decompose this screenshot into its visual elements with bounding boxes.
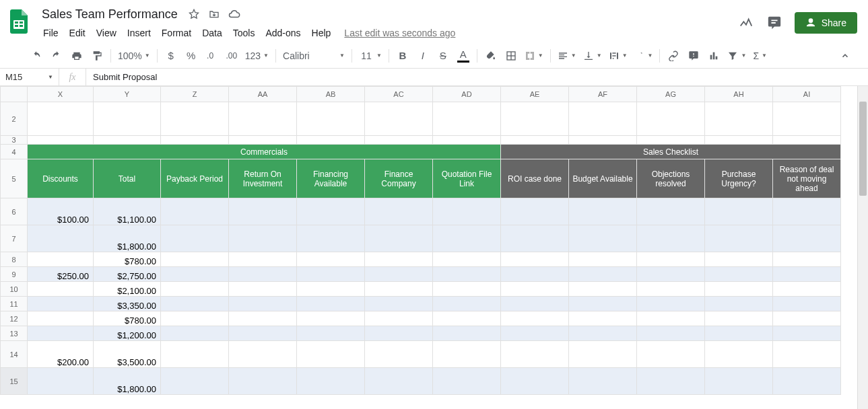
cell[interactable] [297, 225, 365, 252]
cell[interactable] [297, 341, 365, 368]
col-subheader[interactable]: Finance Company [365, 159, 433, 198]
cell[interactable] [365, 368, 433, 395]
zoom-dropdown[interactable]: 100%▼ [115, 47, 153, 65]
bold-button[interactable]: B [393, 46, 412, 65]
cell[interactable] [705, 225, 773, 252]
col-subheader[interactable]: Total [94, 159, 161, 198]
cell[interactable] [365, 252, 433, 267]
merge-button[interactable]: ▼ [522, 47, 546, 65]
row-hdr[interactable]: 12 [1, 311, 28, 326]
cell[interactable] [161, 225, 229, 252]
cell[interactable] [297, 326, 365, 341]
filter-button[interactable]: ▼ [725, 47, 749, 65]
row-hdr[interactable]: 6 [1, 198, 28, 225]
cell[interactable] [365, 326, 433, 341]
cell[interactable] [773, 368, 841, 395]
star-icon[interactable] [187, 7, 201, 21]
font-size-dropdown[interactable]: 11▼ [356, 47, 385, 65]
cell[interactable] [161, 198, 229, 225]
text-color-button[interactable]: A [454, 46, 473, 65]
cell-discount[interactable] [28, 297, 94, 311]
cell[interactable] [28, 136, 94, 145]
cell[interactable] [773, 198, 841, 225]
cell[interactable] [705, 282, 773, 297]
col-subheader[interactable]: Payback Period [161, 159, 229, 198]
menu-data[interactable]: Data [197, 26, 228, 40]
cell[interactable] [773, 326, 841, 341]
cell[interactable] [433, 311, 501, 326]
menu-addons[interactable]: Add-ons [260, 26, 306, 40]
menu-edit[interactable]: Edit [64, 26, 91, 40]
cloud-icon[interactable] [228, 7, 241, 21]
cell[interactable] [161, 341, 229, 368]
cell[interactable] [161, 136, 229, 145]
currency-button[interactable]: $ [162, 46, 180, 65]
cell[interactable] [433, 341, 501, 368]
cell-discount[interactable]: $250.00 [28, 267, 94, 282]
menu-tools[interactable]: Tools [228, 26, 261, 40]
cell[interactable] [229, 252, 297, 267]
cell[interactable] [569, 267, 637, 282]
cell[interactable] [569, 282, 637, 297]
cell-total[interactable]: $780.00 [94, 252, 161, 267]
cell[interactable] [94, 136, 161, 145]
cell[interactable] [637, 136, 705, 145]
cell-discount[interactable] [28, 282, 94, 297]
row-hdr[interactable]: 4 [1, 145, 28, 159]
cell[interactable] [297, 368, 365, 395]
cell[interactable] [637, 102, 705, 136]
formula-input[interactable]: Submit Proposal [86, 72, 868, 82]
cell[interactable] [297, 311, 365, 326]
cell[interactable] [705, 341, 773, 368]
cell[interactable] [433, 326, 501, 341]
name-box[interactable]: M15▼ [0, 69, 59, 85]
print-button[interactable] [67, 46, 86, 65]
cell[interactable] [161, 368, 229, 395]
cell[interactable] [229, 368, 297, 395]
col-subheader[interactable]: Purchase Urgency? [705, 159, 773, 198]
menu-format[interactable]: Format [156, 26, 197, 40]
col-hdr-AC[interactable]: AC [365, 87, 433, 102]
font-dropdown[interactable]: Calibri▼ [280, 47, 347, 65]
fill-color-button[interactable] [481, 46, 500, 65]
cell[interactable] [501, 282, 569, 297]
row-hdr[interactable]: 7 [1, 225, 28, 252]
share-button[interactable]: Share [795, 12, 857, 34]
cell-discount[interactable] [28, 311, 94, 326]
row-hdr[interactable]: 14 [1, 341, 28, 368]
row-hdr[interactable]: 8 [1, 252, 28, 267]
cell-discount[interactable] [28, 225, 94, 252]
cell[interactable] [365, 341, 433, 368]
cell[interactable] [501, 297, 569, 311]
vertical-scrollbar[interactable] [857, 86, 868, 409]
cell-discount[interactable]: $200.00 [28, 341, 94, 368]
cell[interactable] [569, 225, 637, 252]
undo-button[interactable] [27, 46, 46, 65]
col-hdr-AD[interactable]: AD [433, 87, 501, 102]
select-all-corner[interactable] [1, 87, 28, 102]
italic-button[interactable]: I [413, 46, 432, 65]
cell[interactable] [365, 297, 433, 311]
cell[interactable] [773, 136, 841, 145]
col-hdr-AH[interactable]: AH [705, 87, 773, 102]
halign-button[interactable]: ▼ [555, 47, 579, 65]
cell[interactable] [773, 311, 841, 326]
cell[interactable] [94, 102, 161, 136]
row-hdr[interactable]: 13 [1, 326, 28, 341]
col-hdr-AA[interactable]: AA [229, 87, 297, 102]
comment-button[interactable] [684, 46, 703, 65]
cell[interactable] [705, 368, 773, 395]
col-hdr-AI[interactable]: AI [773, 87, 841, 102]
cell[interactable] [297, 297, 365, 311]
menu-view[interactable]: View [91, 26, 122, 40]
cell[interactable] [637, 267, 705, 282]
col-subheader[interactable]: ROI case done [501, 159, 569, 198]
col-hdr-Z[interactable]: Z [161, 87, 229, 102]
cell[interactable] [705, 297, 773, 311]
cell[interactable] [433, 136, 501, 145]
cell[interactable] [705, 198, 773, 225]
cell[interactable] [229, 341, 297, 368]
move-icon[interactable] [207, 7, 221, 21]
borders-button[interactable] [502, 46, 521, 65]
link-button[interactable] [664, 46, 683, 65]
